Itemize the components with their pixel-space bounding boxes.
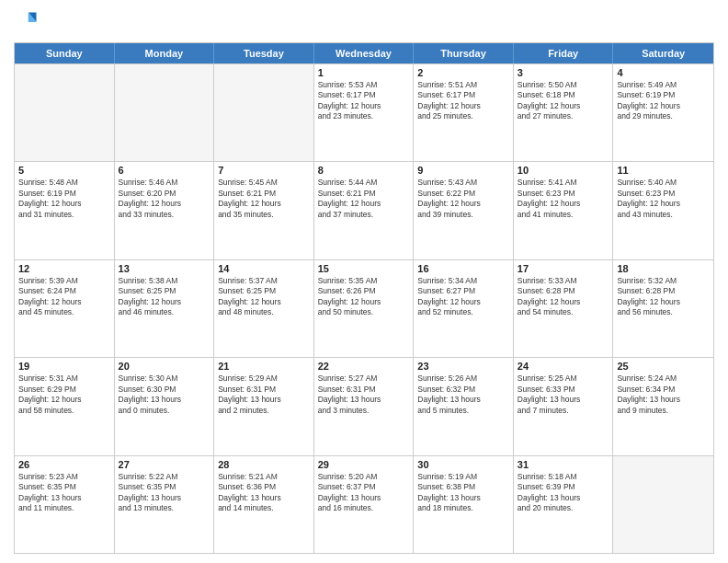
- day-number: 29: [318, 459, 410, 470]
- day-number: 20: [119, 361, 210, 372]
- day-info: Sunrise: 5:22 AM Sunset: 6:35 PM Dayligh…: [119, 472, 210, 514]
- day-number: 2: [417, 67, 509, 78]
- day-info: Sunrise: 5:20 AM Sunset: 6:37 PM Dayligh…: [318, 472, 410, 514]
- header-day-thursday: Thursday: [414, 43, 514, 63]
- day-number: 24: [518, 361, 609, 372]
- header: [14, 9, 714, 35]
- day-info: Sunrise: 5:19 AM Sunset: 6:38 PM Dayligh…: [417, 472, 509, 514]
- header-day-monday: Monday: [115, 43, 215, 63]
- day-number: 8: [318, 165, 410, 176]
- day-number: 28: [218, 459, 310, 470]
- day-info: Sunrise: 5:30 AM Sunset: 6:30 PM Dayligh…: [119, 373, 210, 416]
- header-day-saturday: Saturday: [613, 43, 713, 63]
- day-number: 13: [119, 263, 210, 274]
- day-info: Sunrise: 5:50 AM Sunset: 6:18 PM Dayligh…: [518, 80, 609, 122]
- day-info: Sunrise: 5:37 AM Sunset: 6:25 PM Dayligh…: [218, 276, 310, 318]
- cal-cell: 22Sunrise: 5:27 AM Sunset: 6:31 PM Dayli…: [314, 358, 415, 454]
- day-number: 18: [617, 263, 710, 274]
- cal-cell: 3Sunrise: 5:50 AM Sunset: 6:18 PM Daylig…: [514, 64, 614, 161]
- cal-cell: 11Sunrise: 5:40 AM Sunset: 6:23 PM Dayli…: [613, 162, 713, 259]
- cal-cell: [214, 64, 314, 161]
- day-info: Sunrise: 5:51 AM Sunset: 6:17 PM Dayligh…: [417, 80, 509, 122]
- day-info: Sunrise: 5:31 AM Sunset: 6:29 PM Dayligh…: [18, 373, 110, 416]
- day-info: Sunrise: 5:35 AM Sunset: 6:26 PM Dayligh…: [318, 276, 410, 318]
- cal-cell: 29Sunrise: 5:20 AM Sunset: 6:37 PM Dayli…: [314, 456, 415, 553]
- day-info: Sunrise: 5:48 AM Sunset: 6:19 PM Dayligh…: [18, 178, 110, 220]
- calendar: SundayMondayTuesdayWednesdayThursdayFrid…: [14, 42, 714, 554]
- cal-cell: 30Sunrise: 5:19 AM Sunset: 6:38 PM Dayli…: [414, 456, 514, 553]
- cal-cell: 15Sunrise: 5:35 AM Sunset: 6:26 PM Dayli…: [314, 260, 415, 357]
- cal-cell: 24Sunrise: 5:25 AM Sunset: 6:33 PM Dayli…: [514, 358, 614, 454]
- cal-cell: 12Sunrise: 5:39 AM Sunset: 6:24 PM Dayli…: [15, 260, 115, 357]
- day-number: 16: [417, 263, 509, 274]
- day-info: Sunrise: 5:39 AM Sunset: 6:24 PM Dayligh…: [18, 276, 110, 318]
- cal-cell: 18Sunrise: 5:32 AM Sunset: 6:28 PM Dayli…: [613, 260, 713, 357]
- header-day-sunday: Sunday: [15, 43, 115, 63]
- calendar-header: SundayMondayTuesdayWednesdayThursdayFrid…: [15, 43, 713, 63]
- cal-cell: 25Sunrise: 5:24 AM Sunset: 6:34 PM Dayli…: [613, 358, 713, 454]
- cal-cell: 5Sunrise: 5:48 AM Sunset: 6:19 PM Daylig…: [15, 162, 115, 259]
- day-number: 3: [518, 67, 609, 78]
- day-info: Sunrise: 5:41 AM Sunset: 6:23 PM Dayligh…: [518, 178, 609, 220]
- day-info: Sunrise: 5:32 AM Sunset: 6:28 PM Dayligh…: [617, 276, 710, 318]
- day-number: 15: [318, 263, 410, 274]
- week-row-1: 1Sunrise: 5:53 AM Sunset: 6:17 PM Daylig…: [15, 63, 713, 161]
- day-number: 17: [518, 263, 609, 274]
- header-day-friday: Friday: [514, 43, 614, 63]
- day-info: Sunrise: 5:45 AM Sunset: 6:21 PM Dayligh…: [218, 178, 310, 220]
- cal-cell: 4Sunrise: 5:49 AM Sunset: 6:19 PM Daylig…: [613, 64, 713, 161]
- day-info: Sunrise: 5:38 AM Sunset: 6:25 PM Dayligh…: [119, 276, 210, 318]
- day-info: Sunrise: 5:24 AM Sunset: 6:34 PM Dayligh…: [617, 373, 710, 416]
- cal-cell: [15, 64, 115, 161]
- day-info: Sunrise: 5:49 AM Sunset: 6:19 PM Dayligh…: [617, 80, 710, 122]
- day-number: 26: [18, 459, 110, 470]
- day-number: 31: [518, 459, 609, 470]
- day-number: 23: [417, 361, 509, 372]
- day-info: Sunrise: 5:46 AM Sunset: 6:20 PM Dayligh…: [119, 178, 210, 220]
- day-info: Sunrise: 5:23 AM Sunset: 6:35 PM Dayligh…: [18, 472, 110, 514]
- day-number: 12: [18, 263, 110, 274]
- cal-cell: 9Sunrise: 5:43 AM Sunset: 6:22 PM Daylig…: [414, 162, 514, 259]
- day-info: Sunrise: 5:34 AM Sunset: 6:27 PM Dayligh…: [417, 276, 509, 318]
- day-number: 22: [318, 361, 410, 372]
- cal-cell: 28Sunrise: 5:21 AM Sunset: 6:36 PM Dayli…: [214, 456, 314, 553]
- cal-cell: 21Sunrise: 5:29 AM Sunset: 6:31 PM Dayli…: [214, 358, 314, 454]
- day-number: 1: [318, 67, 410, 78]
- cal-cell: 20Sunrise: 5:30 AM Sunset: 6:30 PM Dayli…: [115, 358, 215, 454]
- cal-cell: [115, 64, 215, 161]
- cal-cell: 7Sunrise: 5:45 AM Sunset: 6:21 PM Daylig…: [214, 162, 314, 259]
- cal-cell: 1Sunrise: 5:53 AM Sunset: 6:17 PM Daylig…: [314, 64, 415, 161]
- calendar-body: 1Sunrise: 5:53 AM Sunset: 6:17 PM Daylig…: [15, 63, 713, 553]
- day-number: 25: [617, 361, 710, 372]
- cal-cell: 2Sunrise: 5:51 AM Sunset: 6:17 PM Daylig…: [414, 64, 514, 161]
- week-row-5: 26Sunrise: 5:23 AM Sunset: 6:35 PM Dayli…: [15, 455, 713, 553]
- cal-cell: 6Sunrise: 5:46 AM Sunset: 6:20 PM Daylig…: [115, 162, 215, 259]
- day-info: Sunrise: 5:33 AM Sunset: 6:28 PM Dayligh…: [518, 276, 609, 318]
- cal-cell: 31Sunrise: 5:18 AM Sunset: 6:39 PM Dayli…: [514, 456, 614, 553]
- day-info: Sunrise: 5:26 AM Sunset: 6:32 PM Dayligh…: [417, 373, 509, 416]
- cal-cell: [613, 456, 713, 553]
- day-number: 21: [218, 361, 310, 372]
- day-info: Sunrise: 5:21 AM Sunset: 6:36 PM Dayligh…: [218, 472, 310, 514]
- day-number: 7: [218, 165, 310, 176]
- page: SundayMondayTuesdayWednesdayThursdayFrid…: [0, 0, 728, 563]
- cal-cell: 27Sunrise: 5:22 AM Sunset: 6:35 PM Dayli…: [115, 456, 215, 553]
- cal-cell: 13Sunrise: 5:38 AM Sunset: 6:25 PM Dayli…: [115, 260, 215, 357]
- day-number: 5: [18, 165, 110, 176]
- cal-cell: 26Sunrise: 5:23 AM Sunset: 6:35 PM Dayli…: [15, 456, 115, 553]
- day-number: 27: [119, 459, 210, 470]
- day-number: 11: [617, 165, 710, 176]
- day-info: Sunrise: 5:18 AM Sunset: 6:39 PM Dayligh…: [518, 472, 609, 514]
- week-row-3: 12Sunrise: 5:39 AM Sunset: 6:24 PM Dayli…: [15, 259, 713, 357]
- day-number: 4: [617, 67, 710, 78]
- day-number: 6: [119, 165, 210, 176]
- header-day-wednesday: Wednesday: [314, 43, 415, 63]
- week-row-4: 19Sunrise: 5:31 AM Sunset: 6:29 PM Dayli…: [15, 357, 713, 454]
- day-info: Sunrise: 5:53 AM Sunset: 6:17 PM Dayligh…: [318, 80, 410, 122]
- day-info: Sunrise: 5:25 AM Sunset: 6:33 PM Dayligh…: [518, 373, 609, 416]
- header-day-tuesday: Tuesday: [214, 43, 314, 63]
- cal-cell: 19Sunrise: 5:31 AM Sunset: 6:29 PM Dayli…: [15, 358, 115, 454]
- cal-cell: 8Sunrise: 5:44 AM Sunset: 6:21 PM Daylig…: [314, 162, 415, 259]
- day-number: 30: [417, 459, 509, 470]
- day-number: 10: [518, 165, 609, 176]
